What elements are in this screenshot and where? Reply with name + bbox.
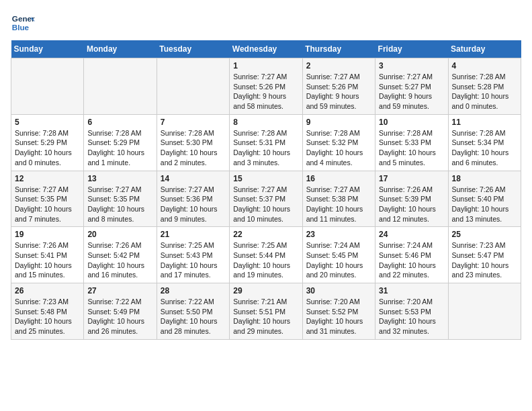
day-number: 3: [379, 61, 444, 71]
day-info: Sunrise: 7:28 AM Sunset: 5:33 PM Dayligh…: [379, 128, 444, 168]
calendar-day-cell: 24Sunrise: 7:24 AM Sunset: 5:46 PM Dayli…: [375, 227, 448, 283]
day-info: Sunrise: 7:28 AM Sunset: 5:34 PM Dayligh…: [452, 128, 517, 168]
weekday-header-saturday: Saturday: [448, 40, 521, 58]
day-info: Sunrise: 7:22 AM Sunset: 5:50 PM Dayligh…: [161, 297, 226, 336]
weekday-header-wednesday: Wednesday: [230, 40, 302, 58]
day-number: 20: [87, 230, 152, 239]
calendar-week-row: 5Sunrise: 7:28 AM Sunset: 5:29 PM Daylig…: [11, 114, 521, 171]
day-number: 11: [452, 118, 517, 127]
calendar-day-cell: 4Sunrise: 7:28 AM Sunset: 5:28 PM Daylig…: [448, 58, 521, 115]
weekday-header-row: SundayMondayTuesdayWednesdayThursdayFrid…: [11, 40, 521, 58]
calendar-day-cell: 17Sunrise: 7:26 AM Sunset: 5:39 PM Dayli…: [375, 171, 448, 227]
calendar-day-cell: 22Sunrise: 7:25 AM Sunset: 5:44 PM Dayli…: [230, 227, 302, 283]
day-number: 23: [306, 230, 371, 239]
calendar-day-cell: 30Sunrise: 7:20 AM Sunset: 5:52 PM Dayli…: [302, 283, 375, 340]
day-info: Sunrise: 7:28 AM Sunset: 5:32 PM Dayligh…: [306, 128, 371, 168]
day-info: Sunrise: 7:26 AM Sunset: 5:39 PM Dayligh…: [379, 185, 444, 224]
calendar-day-cell: [448, 283, 521, 340]
day-number: 2: [306, 61, 371, 71]
calendar-table: SundayMondayTuesdayWednesdayThursdayFrid…: [11, 40, 521, 340]
day-info: Sunrise: 7:20 AM Sunset: 5:52 PM Dayligh…: [306, 297, 371, 336]
calendar-day-cell: 6Sunrise: 7:28 AM Sunset: 5:29 PM Daylig…: [84, 114, 157, 171]
day-info: Sunrise: 7:26 AM Sunset: 5:40 PM Dayligh…: [452, 185, 517, 224]
logo: General Blue: [11, 11, 35, 35]
day-info: Sunrise: 7:25 AM Sunset: 5:44 PM Dayligh…: [233, 240, 298, 280]
svg-text:Blue: Blue: [12, 23, 30, 32]
day-number: 16: [306, 174, 371, 183]
day-number: 4: [452, 61, 517, 71]
calendar-day-cell: 28Sunrise: 7:22 AM Sunset: 5:50 PM Dayli…: [157, 283, 229, 340]
day-info: Sunrise: 7:27 AM Sunset: 5:26 PM Dayligh…: [233, 72, 298, 111]
day-info: Sunrise: 7:27 AM Sunset: 5:37 PM Dayligh…: [233, 185, 298, 224]
day-number: 13: [87, 174, 152, 183]
day-info: Sunrise: 7:26 AM Sunset: 5:41 PM Dayligh…: [15, 240, 80, 280]
day-info: Sunrise: 7:27 AM Sunset: 5:35 PM Dayligh…: [15, 185, 80, 224]
weekday-header-thursday: Thursday: [302, 40, 375, 58]
day-number: 30: [306, 286, 371, 295]
calendar-day-cell: 26Sunrise: 7:23 AM Sunset: 5:48 PM Dayli…: [11, 283, 84, 340]
weekday-header-sunday: Sunday: [11, 40, 84, 58]
calendar-day-cell: [11, 58, 84, 115]
calendar-day-cell: 31Sunrise: 7:20 AM Sunset: 5:53 PM Dayli…: [375, 283, 448, 340]
day-number: 22: [233, 230, 298, 239]
calendar-week-row: 1Sunrise: 7:27 AM Sunset: 5:26 PM Daylig…: [11, 58, 521, 115]
day-number: 27: [87, 286, 152, 295]
day-info: Sunrise: 7:27 AM Sunset: 5:38 PM Dayligh…: [306, 185, 371, 224]
calendar-day-cell: 7Sunrise: 7:28 AM Sunset: 5:30 PM Daylig…: [157, 114, 229, 171]
day-number: 18: [452, 174, 517, 183]
day-info: Sunrise: 7:24 AM Sunset: 5:46 PM Dayligh…: [379, 240, 444, 280]
day-number: 5: [15, 118, 80, 127]
day-info: Sunrise: 7:28 AM Sunset: 5:31 PM Dayligh…: [233, 128, 298, 168]
calendar-day-cell: 14Sunrise: 7:27 AM Sunset: 5:36 PM Dayli…: [157, 171, 229, 227]
weekday-header-tuesday: Tuesday: [157, 40, 229, 58]
day-info: Sunrise: 7:20 AM Sunset: 5:53 PM Dayligh…: [379, 297, 444, 336]
day-info: Sunrise: 7:28 AM Sunset: 5:30 PM Dayligh…: [161, 128, 226, 168]
calendar-day-cell: 11Sunrise: 7:28 AM Sunset: 5:34 PM Dayli…: [448, 114, 521, 171]
day-info: Sunrise: 7:23 AM Sunset: 5:48 PM Dayligh…: [15, 297, 80, 336]
weekday-header-friday: Friday: [375, 40, 448, 58]
day-info: Sunrise: 7:28 AM Sunset: 5:28 PM Dayligh…: [452, 72, 517, 111]
calendar-week-row: 26Sunrise: 7:23 AM Sunset: 5:48 PM Dayli…: [11, 283, 521, 340]
calendar-day-cell: 19Sunrise: 7:26 AM Sunset: 5:41 PM Dayli…: [11, 227, 84, 283]
calendar-day-cell: 9Sunrise: 7:28 AM Sunset: 5:32 PM Daylig…: [302, 114, 375, 171]
calendar-day-cell: 10Sunrise: 7:28 AM Sunset: 5:33 PM Dayli…: [375, 114, 448, 171]
calendar-day-cell: [157, 58, 229, 115]
day-number: 31: [379, 286, 444, 295]
day-number: 7: [161, 118, 226, 127]
calendar-day-cell: [84, 58, 157, 115]
calendar-day-cell: 5Sunrise: 7:28 AM Sunset: 5:29 PM Daylig…: [11, 114, 84, 171]
calendar-day-cell: 25Sunrise: 7:23 AM Sunset: 5:47 PM Dayli…: [448, 227, 521, 283]
day-info: Sunrise: 7:22 AM Sunset: 5:49 PM Dayligh…: [87, 297, 152, 336]
day-number: 8: [233, 118, 298, 127]
calendar-day-cell: 21Sunrise: 7:25 AM Sunset: 5:43 PM Dayli…: [157, 227, 229, 283]
day-number: 21: [161, 230, 226, 239]
calendar-day-cell: 20Sunrise: 7:26 AM Sunset: 5:42 PM Dayli…: [84, 227, 157, 283]
calendar-day-cell: 8Sunrise: 7:28 AM Sunset: 5:31 PM Daylig…: [230, 114, 302, 171]
day-number: 19: [15, 230, 80, 239]
weekday-header-monday: Monday: [84, 40, 157, 58]
day-info: Sunrise: 7:24 AM Sunset: 5:45 PM Dayligh…: [306, 240, 371, 280]
calendar-day-cell: 16Sunrise: 7:27 AM Sunset: 5:38 PM Dayli…: [302, 171, 375, 227]
calendar-week-row: 19Sunrise: 7:26 AM Sunset: 5:41 PM Dayli…: [11, 227, 521, 283]
day-number: 9: [306, 118, 371, 127]
calendar-day-cell: 1Sunrise: 7:27 AM Sunset: 5:26 PM Daylig…: [230, 58, 302, 115]
day-info: Sunrise: 7:27 AM Sunset: 5:26 PM Dayligh…: [306, 72, 371, 111]
day-info: Sunrise: 7:23 AM Sunset: 5:47 PM Dayligh…: [452, 240, 517, 280]
day-info: Sunrise: 7:25 AM Sunset: 5:43 PM Dayligh…: [161, 240, 226, 280]
day-info: Sunrise: 7:21 AM Sunset: 5:51 PM Dayligh…: [233, 297, 298, 336]
day-number: 14: [161, 174, 226, 183]
day-info: Sunrise: 7:27 AM Sunset: 5:36 PM Dayligh…: [161, 185, 226, 224]
day-number: 25: [452, 230, 517, 239]
day-info: Sunrise: 7:26 AM Sunset: 5:42 PM Dayligh…: [87, 240, 152, 280]
page-header: General Blue: [11, 11, 521, 35]
logo-icon: General Blue: [11, 11, 35, 35]
calendar-day-cell: 15Sunrise: 7:27 AM Sunset: 5:37 PM Dayli…: [230, 171, 302, 227]
day-number: 15: [233, 174, 298, 183]
calendar-day-cell: 18Sunrise: 7:26 AM Sunset: 5:40 PM Dayli…: [448, 171, 521, 227]
day-number: 12: [15, 174, 80, 183]
calendar-day-cell: 2Sunrise: 7:27 AM Sunset: 5:26 PM Daylig…: [302, 58, 375, 115]
day-number: 17: [379, 174, 444, 183]
day-info: Sunrise: 7:27 AM Sunset: 5:27 PM Dayligh…: [379, 72, 444, 111]
day-info: Sunrise: 7:28 AM Sunset: 5:29 PM Dayligh…: [15, 128, 80, 168]
day-number: 28: [161, 286, 226, 295]
